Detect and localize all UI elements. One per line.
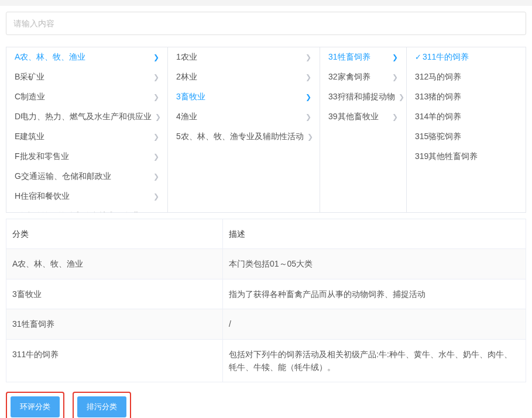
chevron-right-icon: ❯: [153, 153, 159, 161]
chevron-right-icon: ❯: [306, 73, 311, 81]
description-table: 分类 描述 A农、林、牧、渔业本门类包括01～05大类3畜牧业指为了获得各种畜禽…: [6, 219, 526, 382]
cascader-item-label: 315骆驼饲养: [415, 132, 461, 142]
chevron-right-icon: ❯: [153, 133, 159, 141]
cascader-item[interactable]: D电力、热力、燃气及水生产和供应业❯: [6, 107, 167, 127]
cascader-item-label: 39其他畜牧业: [328, 112, 379, 122]
table-header-row: 分类 描述: [6, 219, 526, 249]
cascader-item[interactable]: E建筑业❯: [6, 127, 167, 147]
eia-button-highlight: 环评分类: [6, 392, 64, 418]
chevron-right-icon: ❯: [306, 113, 311, 121]
cascader-column-1: A农、林、牧、渔业❯B采矿业❯C制造业❯D电力、热力、燃气及水生产和供应业❯E建…: [6, 47, 168, 212]
cascader-column-4: ✓311牛的饲养312马的饲养313猪的饲养314羊的饲养315骆驼饲养319其…: [407, 47, 526, 212]
cascader-item[interactable]: 313猪的饲养: [407, 87, 526, 107]
search-input[interactable]: [6, 12, 526, 35]
chevron-right-icon: ❯: [155, 113, 161, 121]
search-wrap: [0, 6, 532, 41]
cascader-item-label: 2林业: [176, 72, 197, 82]
cascader-item[interactable]: F批发和零售业❯: [6, 147, 167, 167]
cascader-item[interactable]: 4渔业❯: [168, 107, 320, 127]
cascader-item[interactable]: H住宿和餐饮业❯: [6, 186, 167, 206]
cell-category: 311牛的饲养: [6, 340, 223, 382]
cascader-item-label: C制造业: [15, 92, 45, 102]
eia-category-button[interactable]: 环评分类: [11, 396, 60, 417]
cascader-item[interactable]: 1农业❯: [168, 47, 320, 67]
cascader-item-label: ✓311牛的饲养: [415, 52, 469, 63]
table-row: 311牛的饲养包括对下列牛的饲养活动及相关初级产品:牛:种牛、黄牛、水牛、奶牛、…: [6, 340, 526, 382]
chevron-right-icon: ❯: [306, 93, 311, 101]
cascader-item[interactable]: 319其他牲畜饲养: [407, 147, 526, 167]
cascader-item-label: 1农业: [176, 52, 197, 63]
cascader-item-label: 312马的饲养: [415, 72, 461, 82]
cascader-item-label: 314羊的饲养: [415, 112, 461, 122]
cascader-item-label: 33狩猎和捕捉动物: [328, 92, 395, 102]
cascader-item-label: 313猪的饲养: [415, 92, 461, 102]
cascader-item-label: 4渔业: [176, 112, 197, 122]
cascader-item[interactable]: G交通运输、仓储和邮政业❯: [6, 167, 167, 186]
cascader-item-label: A农、林、牧、渔业: [15, 52, 85, 63]
chevron-right-icon: ❯: [153, 73, 159, 81]
chevron-right-icon: ❯: [153, 192, 159, 201]
cascader-item-label: 5农、林、牧、渔专业及辅助性活动: [176, 132, 304, 142]
chevron-right-icon: ❯: [306, 53, 311, 61]
cascader-item-label: I信息传输、软件和信息技术服务业: [15, 211, 140, 212]
cell-description: 包括对下列牛的饲养活动及相关初级产品:牛:种牛、黄牛、水牛、奶牛、肉牛、牦牛、牛…: [223, 340, 526, 382]
top-bar: [0, 0, 532, 6]
cascader-item[interactable]: 314羊的饲养: [407, 107, 526, 127]
cascader-column-3: 31牲畜饲养❯32家禽饲养❯33狩猎和捕捉动物❯39其他畜牧业❯: [320, 47, 407, 212]
table-row: 3畜牧业指为了获得各种畜禽产品而从事的动物饲养、捕捉活动: [6, 279, 526, 309]
cell-category: 3畜牧业: [6, 279, 223, 309]
cascader-item-label: F批发和零售业: [15, 151, 69, 162]
cascader-column-2: 1农业❯2林业❯3畜牧业❯4渔业❯5农、林、牧、渔专业及辅助性活动❯: [168, 47, 320, 212]
chevron-right-icon: ❯: [153, 53, 159, 61]
cascader-item-label: G交通运输、仓储和邮政业: [15, 171, 111, 182]
cascader-item[interactable]: 39其他畜牧业❯: [320, 107, 406, 127]
chevron-right-icon: ❯: [153, 172, 159, 181]
cascader-item-label: D电力、热力、燃气及水生产和供应业: [15, 112, 152, 122]
cascader-item[interactable]: 5农、林、牧、渔专业及辅助性活动❯: [168, 127, 320, 147]
chevron-right-icon: ❯: [392, 73, 398, 81]
check-icon: ✓: [415, 53, 421, 61]
cascader-item[interactable]: 33狩猎和捕捉动物❯: [320, 87, 406, 107]
cascader-item-label: B采矿业: [15, 72, 44, 82]
cascader-item[interactable]: I信息传输、软件和信息技术服务业❯: [6, 206, 167, 212]
header-category: 分类: [6, 219, 223, 248]
cascader-item-label: E建筑业: [15, 132, 44, 142]
chevron-right-icon: ❯: [392, 53, 398, 61]
cascader-item[interactable]: 2林业❯: [168, 67, 320, 87]
cascader-item[interactable]: ✓311牛的饲养: [407, 47, 526, 67]
cell-description: /: [223, 309, 526, 338]
emission-button-highlight: 排污分类: [73, 392, 131, 418]
chevron-right-icon: ❯: [399, 93, 404, 101]
cell-description: 本门类包括01～05大类: [223, 249, 526, 278]
cascader-item[interactable]: B采矿业❯: [6, 67, 167, 87]
chevron-right-icon: ❯: [307, 133, 313, 141]
chevron-right-icon: ❯: [392, 113, 398, 121]
cascader-item[interactable]: 32家禽饲养❯: [320, 67, 406, 87]
cell-category: A农、林、牧、渔业: [6, 249, 223, 278]
table-row: 31牲畜饲养/: [6, 309, 526, 339]
category-cascader: A农、林、牧、渔业❯B采矿业❯C制造业❯D电力、热力、燃气及水生产和供应业❯E建…: [6, 47, 526, 213]
cascader-item[interactable]: A农、林、牧、渔业❯: [6, 47, 167, 67]
cell-description: 指为了获得各种畜禽产品而从事的动物饲养、捕捉活动: [223, 279, 526, 309]
cascader-item-label: 319其他牲畜饲养: [415, 151, 478, 162]
cascader-item[interactable]: 312马的饲养: [407, 67, 526, 87]
cascader-item-label: H住宿和餐饮业: [15, 191, 70, 202]
cascader-item[interactable]: 31牲畜饲养❯: [320, 47, 406, 67]
cascader-item[interactable]: 315骆驼饲养: [407, 127, 526, 147]
chevron-right-icon: ❯: [153, 93, 159, 101]
table-row: A农、林、牧、渔业本门类包括01～05大类: [6, 249, 526, 279]
cascader-item-label: 31牲畜饲养: [328, 52, 370, 63]
emission-category-button[interactable]: 排污分类: [77, 396, 126, 417]
cascader-item-label: 32家禽饲养: [328, 72, 370, 82]
cascader-item[interactable]: C制造业❯: [6, 87, 167, 107]
action-buttons: 环评分类 排污分类: [0, 388, 532, 418]
cascader-item[interactable]: 3畜牧业❯: [168, 87, 320, 107]
header-description: 描述: [223, 219, 526, 248]
cascader-item-label: 3畜牧业: [176, 92, 205, 102]
cell-category: 31牲畜饲养: [6, 309, 223, 338]
